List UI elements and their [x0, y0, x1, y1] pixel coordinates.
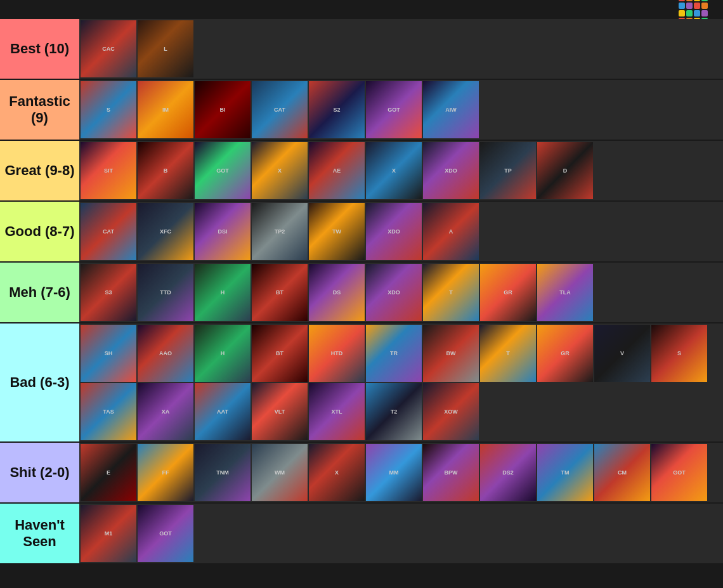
- movie-card[interactable]: TP: [480, 142, 536, 199]
- movie-title-placeholder: XDO: [366, 264, 422, 321]
- movie-card[interactable]: GR: [480, 264, 536, 321]
- logo-cell: [694, 0, 700, 1]
- movie-card[interactable]: TP2: [252, 203, 308, 260]
- movie-card[interactable]: GR: [537, 325, 593, 382]
- header: [0, 0, 723, 19]
- tier-label-shit: Shit (2-0): [0, 443, 79, 502]
- logo-cell: [686, 0, 693, 1]
- tier-row-bad: Bad (6-3)SHAAOHBTHTDTRBWTGRVSTASXAAATVLT…: [0, 323, 723, 443]
- movie-title-placeholder: X: [366, 142, 422, 199]
- movie-card[interactable]: BT: [252, 325, 308, 382]
- movie-card[interactable]: XOW: [423, 383, 479, 440]
- movie-card[interactable]: BT: [252, 264, 308, 321]
- movie-title-placeholder: GOT: [138, 505, 193, 562]
- movie-title-placeholder: T: [480, 325, 536, 382]
- movie-card[interactable]: TR: [366, 325, 422, 382]
- movie-card[interactable]: M1: [81, 505, 136, 562]
- movie-title-placeholder: XFC: [138, 203, 193, 260]
- movie-card[interactable]: XDO: [366, 264, 422, 321]
- movie-title-placeholder: TLA: [537, 264, 593, 321]
- movie-card[interactable]: AAT: [195, 383, 251, 440]
- movie-card[interactable]: X: [309, 444, 365, 501]
- tier-items-fantastic: SIMBICATS2GOTAIW: [79, 80, 723, 140]
- movie-card[interactable]: XDO: [423, 142, 479, 199]
- movie-card[interactable]: TAS: [81, 383, 136, 440]
- movie-card[interactable]: XDO: [366, 203, 422, 260]
- movie-card[interactable]: GOT: [138, 505, 193, 562]
- movie-title-placeholder: XTL: [309, 383, 365, 440]
- movie-card[interactable]: DS2: [480, 444, 536, 501]
- movie-card[interactable]: X: [366, 142, 422, 199]
- movie-card[interactable]: AIW: [423, 81, 479, 138]
- movie-title-placeholder: IM: [138, 81, 193, 138]
- logo-cell: [701, 10, 708, 16]
- movie-card[interactable]: GOT: [366, 81, 422, 138]
- movie-card[interactable]: S3: [81, 264, 136, 321]
- movie-card[interactable]: H: [195, 264, 251, 321]
- logo-cell: [679, 10, 685, 16]
- movie-card[interactable]: A: [423, 203, 479, 260]
- movie-card[interactable]: XTL: [309, 383, 365, 440]
- movie-card[interactable]: CAT: [252, 81, 308, 138]
- movie-card[interactable]: TNM: [195, 444, 251, 501]
- movie-card[interactable]: XFC: [138, 203, 193, 260]
- movie-card[interactable]: T: [480, 325, 536, 382]
- movie-card[interactable]: AAO: [138, 325, 193, 382]
- movie-title-placeholder: GOT: [195, 142, 251, 199]
- movie-title-placeholder: X: [309, 444, 365, 501]
- movie-card[interactable]: DSI: [195, 203, 251, 260]
- movie-card[interactable]: T: [423, 264, 479, 321]
- movie-card[interactable]: CM: [594, 444, 650, 501]
- movie-card[interactable]: BW: [423, 325, 479, 382]
- movie-card[interactable]: H: [195, 325, 251, 382]
- movie-card[interactable]: MM: [366, 444, 422, 501]
- movie-card[interactable]: TLA: [537, 264, 593, 321]
- movie-card[interactable]: CAC: [81, 20, 136, 77]
- movie-card[interactable]: SH: [81, 325, 136, 382]
- movie-card[interactable]: X: [252, 142, 308, 199]
- movie-title-placeholder: BPW: [423, 444, 479, 501]
- movie-card[interactable]: VLT: [252, 383, 308, 440]
- movie-card[interactable]: B: [138, 142, 193, 199]
- tier-label-fantastic: Fantastic (9): [0, 80, 79, 140]
- movie-card[interactable]: TW: [309, 203, 365, 260]
- logo-cell: [701, 3, 708, 9]
- movie-title-placeholder: L: [138, 20, 193, 77]
- movie-card[interactable]: XA: [138, 383, 193, 440]
- movie-card[interactable]: D: [537, 142, 593, 199]
- movie-card[interactable]: TM: [537, 444, 593, 501]
- tier-items-best: CACL: [79, 19, 723, 79]
- movie-card[interactable]: TTD: [138, 264, 193, 321]
- movie-card[interactable]: L: [138, 20, 193, 77]
- movie-card[interactable]: V: [594, 325, 650, 382]
- movie-title-placeholder: BT: [252, 325, 308, 382]
- movie-title-placeholder: CAT: [81, 203, 136, 260]
- movie-card[interactable]: GOT: [651, 444, 707, 501]
- movie-card[interactable]: HTD: [309, 325, 365, 382]
- movie-card[interactable]: SIT: [81, 142, 136, 199]
- movie-card[interactable]: BPW: [423, 444, 479, 501]
- movie-card[interactable]: E: [81, 444, 136, 501]
- movie-title-placeholder: FF: [138, 444, 193, 501]
- movie-card[interactable]: S: [651, 325, 707, 382]
- movie-card[interactable]: BI: [195, 81, 251, 138]
- movie-title-placeholder: T2: [366, 383, 422, 440]
- movie-card[interactable]: S: [81, 81, 136, 138]
- movie-card[interactable]: T2: [366, 383, 422, 440]
- movie-title-placeholder: CAT: [252, 81, 308, 138]
- movie-card[interactable]: CAT: [81, 203, 136, 260]
- movie-title-placeholder: BI: [195, 81, 251, 138]
- movie-title-placeholder: D: [537, 142, 593, 199]
- movie-title-placeholder: A: [423, 203, 479, 260]
- movie-card[interactable]: IM: [138, 81, 193, 138]
- tier-row-meh: Meh (7-6)S3TTDHBTDSXDOTGRTLA: [0, 263, 723, 323]
- movie-card[interactable]: DS: [309, 264, 365, 321]
- tier-row-havent-seen: Haven't SeenM1GOT: [0, 504, 723, 565]
- movie-card[interactable]: GOT: [195, 142, 251, 199]
- movie-card[interactable]: AE: [309, 142, 365, 199]
- movie-title-placeholder: XOW: [423, 383, 479, 440]
- movie-card[interactable]: S2: [309, 81, 365, 138]
- movie-title-placeholder: GOT: [651, 444, 707, 501]
- movie-card[interactable]: WM: [252, 444, 308, 501]
- movie-card[interactable]: FF: [138, 444, 193, 501]
